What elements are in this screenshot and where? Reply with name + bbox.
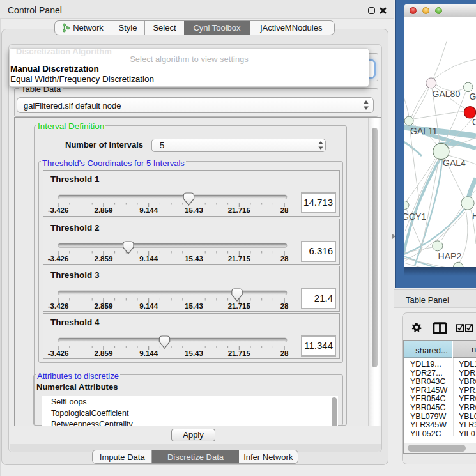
svg-text:GCY1: GCY1 <box>404 211 426 222</box>
svg-text:15.43: 15.43 <box>185 349 203 357</box>
svg-text:21.715: 21.715 <box>228 349 251 357</box>
svg-text:28: 28 <box>280 206 289 214</box>
svg-text:GAL4: GAL4 <box>443 158 466 168</box>
svg-text:28: 28 <box>280 255 289 263</box>
svg-text:9.144: 9.144 <box>139 302 158 310</box>
svg-text:GAL11: GAL11 <box>410 126 438 136</box>
svg-text:15.43: 15.43 <box>185 302 203 310</box>
svg-text:28: 28 <box>280 302 289 310</box>
svg-text:C: C <box>472 117 476 127</box>
svg-text:9.144: 9.144 <box>139 349 158 357</box>
svg-text:28: 28 <box>280 349 289 357</box>
svg-text:21.715: 21.715 <box>228 302 251 310</box>
svg-text:9.144: 9.144 <box>139 206 158 214</box>
svg-text:HAP2: HAP2 <box>438 251 462 261</box>
svg-text:G...: G... <box>470 91 476 102</box>
svg-text:9.144: 9.144 <box>139 255 158 263</box>
svg-text:15.43: 15.43 <box>185 255 203 263</box>
svg-text:-3.426: -3.426 <box>48 255 69 263</box>
svg-text:GAL80: GAL80 <box>433 89 461 99</box>
svg-text:2.859: 2.859 <box>95 349 113 357</box>
svg-text:15.43: 15.43 <box>185 206 203 214</box>
svg-text:-3.426: -3.426 <box>48 206 69 214</box>
svg-text:21.715: 21.715 <box>228 255 251 263</box>
svg-text:-3.426: -3.426 <box>48 349 69 357</box>
svg-text:2.859: 2.859 <box>95 302 113 310</box>
svg-text:-3.426: -3.426 <box>48 302 69 310</box>
svg-text:2.859: 2.859 <box>95 206 113 214</box>
svg-text:21.715: 21.715 <box>228 206 251 214</box>
svg-text:H: H <box>472 211 476 221</box>
svg-text:2.859: 2.859 <box>95 255 113 263</box>
